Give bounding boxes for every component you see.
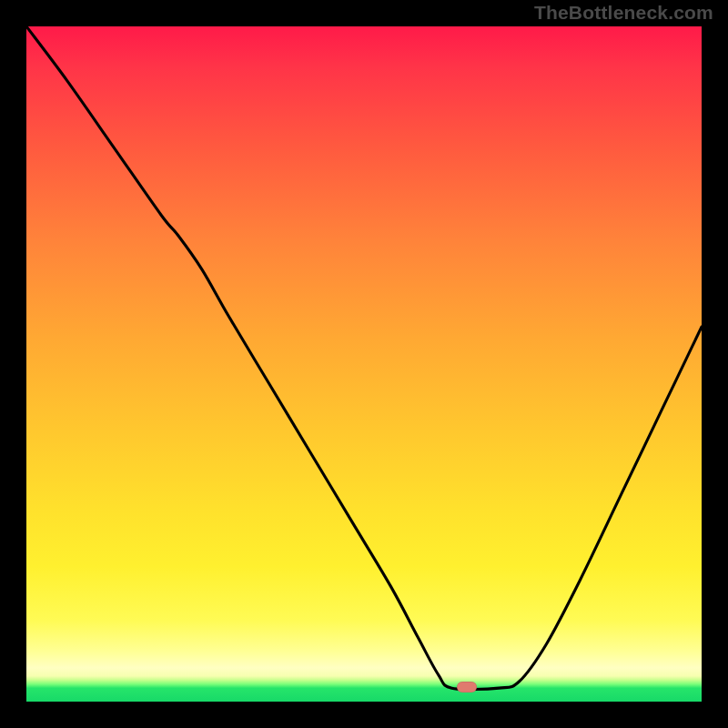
highlight-marker <box>457 682 477 693</box>
bottleneck-curve <box>26 26 702 702</box>
plot-area <box>26 26 702 702</box>
watermark-text: TheBottleneck.com <box>534 2 713 24</box>
chart-frame: TheBottleneck.com <box>0 0 728 728</box>
